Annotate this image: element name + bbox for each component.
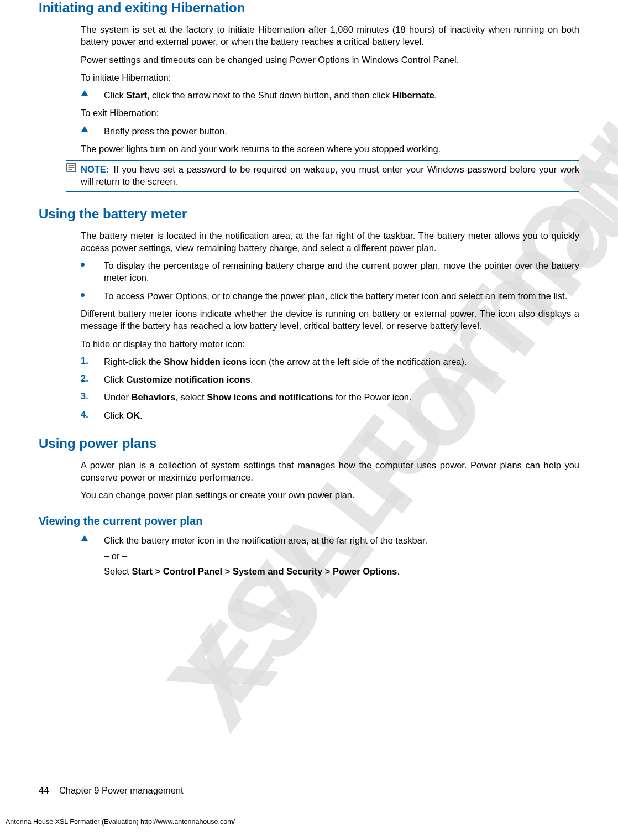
paragraph: The power lights turn on and your work r… xyxy=(81,143,579,155)
paragraph: The battery meter is located in the noti… xyxy=(81,229,579,254)
step-text: Click the battery meter icon in the noti… xyxy=(104,534,579,581)
ordered-step: 2. Click Customize notification icons. xyxy=(81,373,579,385)
step-number: 3. xyxy=(81,391,104,403)
heading-battery-meter: Using the battery meter xyxy=(39,206,579,222)
paragraph: You can change power plan settings or cr… xyxy=(81,489,579,501)
step-number: 4. xyxy=(81,409,104,421)
bullet-item: To access Power Options, or to change th… xyxy=(81,290,579,302)
step-item: Briefly press the power button. xyxy=(81,125,579,137)
paragraph: The system is set at the factory to init… xyxy=(81,23,579,48)
ordered-step: 4. Click OK. xyxy=(81,409,579,421)
page-number: 44 xyxy=(39,785,49,796)
svg-marker-0 xyxy=(81,90,88,96)
step-text: Click Customize notification icons. xyxy=(104,373,579,385)
heading-viewing-plan: Viewing the current power plan xyxy=(39,515,579,528)
step-text: Click Start, click the arrow next to the… xyxy=(104,89,579,101)
step-text: Right-click the Show hidden icons icon (… xyxy=(104,356,579,368)
triangle-icon xyxy=(81,125,104,137)
note-text: NOTE:If you have set a password to be re… xyxy=(81,163,579,188)
page-footer: 44 Chapter 9 Power management xyxy=(39,785,184,796)
bullet-text: To access Power Options, or to change th… xyxy=(104,290,579,302)
paragraph: To exit Hibernation: xyxy=(81,107,579,119)
triangle-icon xyxy=(81,89,104,101)
bullet-text: To display the percentage of remaining b… xyxy=(104,259,579,284)
paragraph: Power settings and timeouts can be chang… xyxy=(81,54,579,66)
paragraph: A power plan is a collection of system s… xyxy=(81,459,579,484)
note-icon xyxy=(66,163,81,174)
step-number: 1. xyxy=(81,356,104,368)
alternative-step: Select Start > Control Panel > System an… xyxy=(104,565,579,577)
note-block: NOTE:If you have set a password to be re… xyxy=(66,162,579,190)
heading-power-plans: Using power plans xyxy=(39,436,579,451)
ordered-step: 3. Under Behaviors, select Show icons an… xyxy=(81,391,579,403)
step-number: 2. xyxy=(81,373,104,385)
ordered-step: 1. Right-click the Show hidden icons ico… xyxy=(81,356,579,368)
generator-credit: Antenna House XSL Formatter (Evaluation)… xyxy=(6,818,235,826)
bullet-item: To display the percentage of remaining b… xyxy=(81,259,579,284)
paragraph: To hide or display the battery meter ico… xyxy=(81,338,579,350)
note-divider xyxy=(66,191,579,192)
note-divider xyxy=(66,160,579,161)
bullet-icon xyxy=(81,259,104,284)
step-item: Click the battery meter icon in the noti… xyxy=(81,534,579,581)
step-text: Under Behaviors, select Show icons and n… xyxy=(104,391,579,403)
heading-initiating-hibernation: Initiating and exiting Hibernation xyxy=(39,0,579,15)
bullet-icon xyxy=(81,290,104,302)
triangle-icon xyxy=(81,534,104,581)
paragraph: Different battery meter icons indicate w… xyxy=(81,307,579,332)
step-item: Click Start, click the arrow next to the… xyxy=(81,89,579,101)
paragraph: To initiate Hibernation: xyxy=(81,71,579,84)
chapter-label: Chapter 9 Power management xyxy=(59,785,184,795)
step-text: Briefly press the power button. xyxy=(104,125,579,137)
or-separator: – or – xyxy=(104,550,579,562)
step-text: Click OK. xyxy=(104,409,579,421)
svg-marker-6 xyxy=(81,535,88,541)
svg-marker-1 xyxy=(81,126,88,132)
